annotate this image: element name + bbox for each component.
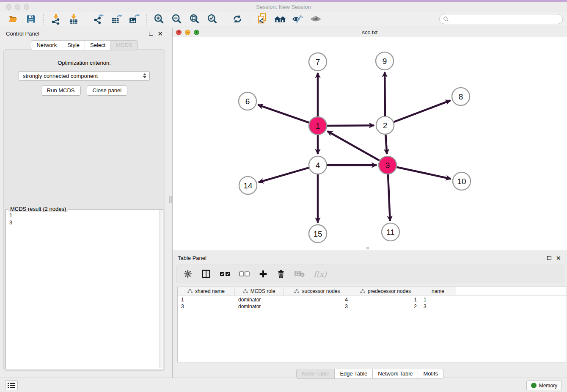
tab-style[interactable]: Style (62, 40, 85, 50)
graph-node-2[interactable]: 2 (376, 116, 394, 134)
import-network-icon[interactable] (50, 13, 62, 25)
tab-select[interactable]: Select (85, 40, 111, 50)
graph-node-10[interactable]: 10 (453, 172, 471, 190)
graph-edge-2-8[interactable] (394, 100, 451, 122)
toolbar-separator (43, 14, 44, 25)
graph-node-1[interactable]: 1 (309, 117, 327, 135)
save-icon[interactable] (25, 13, 37, 25)
graph-edge-3-1[interactable] (328, 131, 380, 160)
zoom-selected-icon[interactable] (206, 13, 219, 25)
graph-edge-2-9[interactable] (385, 72, 385, 116)
table-tab-motifs[interactable]: Motifs (418, 369, 443, 379)
table-header-row[interactable]: shared nameMCDS rolesuccessor nodesprede… (178, 287, 567, 295)
graph-node-14[interactable]: 14 (239, 177, 257, 194)
network-graph[interactable]: 7968124314101511 (173, 37, 567, 250)
mcds-result-text[interactable]: 1 3 (7, 212, 159, 368)
show-panels-button[interactable] (5, 380, 18, 390)
graph-node-11[interactable]: 11 (382, 223, 399, 241)
table-cell[interactable]: 1 (351, 297, 420, 303)
svg-text:7: 7 (316, 58, 320, 66)
add-row-icon[interactable] (259, 269, 268, 279)
graph-node-9[interactable]: 9 (376, 52, 394, 70)
canvas-splitter-handle[interactable] (366, 247, 369, 249)
graph-node-7[interactable]: 7 (309, 53, 327, 71)
tab-network[interactable]: Network (31, 40, 62, 50)
graph-edge-3-10[interactable] (397, 167, 451, 179)
home-views-icon[interactable] (274, 13, 286, 25)
export-table-icon[interactable] (110, 13, 123, 25)
table-tab-network-table[interactable]: Network Table (373, 369, 418, 379)
close-panel-button[interactable]: Close panel (87, 86, 128, 96)
memory-status-icon (531, 383, 537, 388)
run-mcds-button[interactable]: Run MCDS (41, 86, 81, 96)
graph-node-6[interactable]: 6 (239, 92, 256, 110)
columns-icon[interactable] (201, 269, 211, 279)
open-folder-icon[interactable] (7, 13, 19, 25)
export-image-icon[interactable] (128, 13, 140, 25)
column-header-predecessor-nodes[interactable]: predecessor nodes (351, 287, 420, 295)
graph-edge-1-2[interactable] (327, 125, 374, 126)
mcds-result-box: MCDS result (2 nodes) 1 3 (6, 209, 163, 369)
import-table-icon[interactable] (67, 13, 80, 25)
table-body[interactable]: 1dominator4113dominator323 (178, 295, 567, 310)
attribute-icon (360, 289, 365, 293)
table-tab-node-table[interactable]: Node Table (296, 369, 335, 379)
table-cell[interactable]: 1 (178, 297, 235, 303)
search-icon (443, 16, 449, 22)
hide-eye-icon[interactable] (292, 13, 304, 25)
network-canvas[interactable]: 7968124314101511 (173, 37, 567, 250)
float-panel-icon[interactable] (149, 32, 153, 36)
graph-node-8[interactable]: 8 (452, 88, 470, 105)
delete-table-icon[interactable] (294, 270, 305, 278)
graph-node-3[interactable]: 3 (379, 156, 396, 174)
export-network-icon[interactable] (92, 13, 105, 25)
table-tab-edge-table[interactable]: Edge Table (335, 369, 373, 379)
close-table-panel-icon[interactable]: ✕ (556, 256, 561, 260)
deselect-all-icon[interactable] (239, 271, 250, 277)
graph-node-15[interactable]: 15 (309, 225, 327, 243)
table-cell[interactable]: 2 (351, 304, 420, 309)
graph-edge-3-11[interactable] (388, 174, 390, 221)
graph-edge-2-3[interactable] (385, 135, 387, 154)
graph-node-4[interactable]: 4 (309, 156, 327, 174)
table-cell[interactable]: 4 (284, 297, 351, 303)
column-header-shared-name[interactable]: shared name (178, 287, 235, 295)
show-eye-icon[interactable] (309, 13, 322, 25)
refresh-icon[interactable] (231, 13, 244, 25)
graph-edge-1-6[interactable] (258, 105, 309, 123)
mcds-result-scrollbar[interactable] (159, 210, 162, 368)
delete-row-icon[interactable] (276, 269, 286, 279)
attribute-icon (243, 289, 248, 293)
table-tabs: Node TableEdge TableNetwork TableMotifs (173, 369, 567, 379)
zoom-in-icon[interactable] (153, 13, 165, 25)
criterion-select[interactable]: strongly connected component (19, 71, 150, 81)
panel-splitter[interactable] (169, 26, 172, 378)
zoom-fit-icon[interactable] (188, 13, 201, 25)
function-builder-icon[interactable]: f(x) (314, 270, 327, 279)
select-all-checked-icon[interactable] (220, 271, 231, 277)
table-cell[interactable]: dominator (235, 304, 284, 309)
close-panel-icon[interactable]: ✕ (157, 32, 163, 36)
column-header-name[interactable]: name (420, 287, 456, 295)
network-file-icon[interactable] (256, 13, 269, 25)
tab-mcds[interactable]: MCDS (111, 40, 138, 50)
node-table[interactable]: shared nameMCDS rolesuccessor nodesprede… (177, 287, 567, 362)
table-cell[interactable]: 3 (284, 304, 351, 309)
column-header-successor-nodes[interactable]: successor nodes (284, 287, 351, 295)
table-row[interactable]: 1dominator411 (178, 296, 567, 303)
table-row[interactable]: 3dominator323 (178, 303, 567, 310)
table-cell[interactable]: dominator (235, 297, 284, 303)
column-header-MCDS-role[interactable]: MCDS role (235, 287, 284, 295)
toolbar-separator (146, 14, 147, 25)
float-table-panel-icon[interactable] (547, 256, 551, 260)
graph-edge-4-14[interactable] (259, 168, 309, 182)
table-cell[interactable]: 3 (420, 304, 456, 309)
memory-button[interactable]: Memory (526, 381, 562, 390)
table-cell[interactable]: 3 (178, 304, 235, 309)
search-input[interactable] (439, 14, 563, 24)
zoom-out-icon[interactable] (171, 13, 183, 25)
splitter-grip[interactable] (169, 196, 172, 203)
table-cell[interactable]: 1 (420, 297, 456, 303)
network-window-titlebar[interactable]: ✕ − + scc.txt (173, 28, 567, 37)
settings-gear-icon[interactable] (183, 269, 193, 279)
